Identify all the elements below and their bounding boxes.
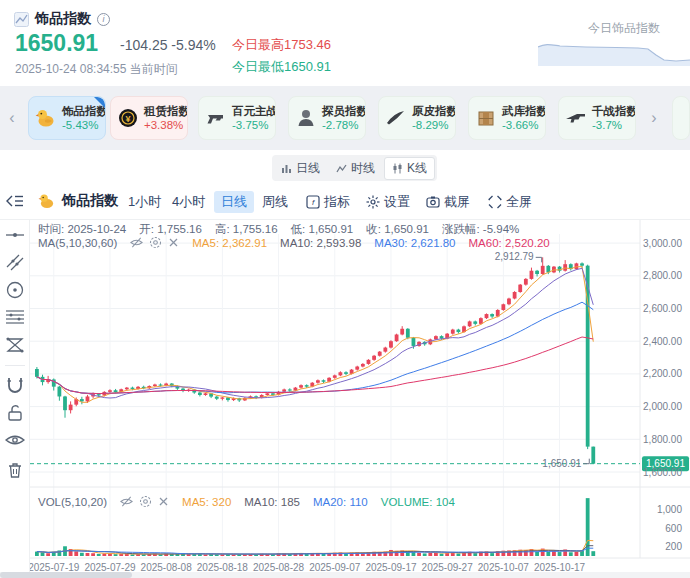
tab-4hour[interactable]: 4小时: [172, 193, 205, 211]
rental-coin-icon: ¥: [117, 107, 139, 129]
index-cards-row: ‹ 饰品指数 -5.43% ¥ 租赁指数 +3.38% 百元主战 -3.75%: [0, 90, 690, 146]
tab-daily[interactable]: 日线: [214, 191, 254, 213]
candlestick-icon: [392, 163, 403, 174]
index-summary-panel: 饰品指数 i 1650.91 -104.25 -5.94% 2025-10-24…: [0, 0, 690, 86]
svg-text:1,600.00: 1,600.00: [643, 467, 682, 478]
svg-text:1,000: 1,000: [657, 504, 682, 515]
svg-text:¥: ¥: [125, 114, 130, 124]
svg-text:1,650.91: 1,650.91: [542, 458, 581, 469]
card-pct: -5.43%: [62, 118, 106, 132]
index-thumb-icon: [14, 12, 29, 27]
info-icon[interactable]: i: [97, 13, 110, 26]
svg-text:f: f: [312, 198, 315, 207]
chart-title: 饰品指数: [62, 192, 118, 210]
svg-text:2,600.00: 2,600.00: [643, 303, 682, 314]
kline-widget: 日线 时线 K线 饰品指数 1小时 4小时 日线: [0, 150, 690, 578]
drawing-toolbar: [0, 220, 30, 578]
line-chart-icon: [336, 163, 347, 174]
current-datetime: 2025-10-24 08:34:55 当前时间: [15, 61, 178, 78]
horizontal-scrollbar-thumb[interactable]: [0, 572, 132, 578]
svg-text:2,912.79: 2,912.79: [495, 251, 534, 262]
card-decoration-index[interactable]: 饰品指数 -5.43%: [28, 96, 106, 140]
horizontal-line-tool-icon[interactable]: [5, 225, 25, 245]
bar-chart-icon: [281, 163, 292, 174]
svg-text:2,000.00: 2,000.00: [643, 401, 682, 412]
chart-view-switch: 日线 时线 K线: [272, 155, 437, 181]
card-budget-rifle-index[interactable]: 百元主战 -3.75%: [198, 96, 276, 140]
chart-header: 饰品指数 1小时 4小时 日线 周线 f 指标 设置 截屏 全屏: [0, 184, 690, 220]
today-low: 今日最低1650.91: [232, 58, 331, 76]
crate-icon: [475, 107, 497, 129]
view-daily-button[interactable]: 日线: [274, 158, 327, 179]
indicator-settings-icon[interactable]: [139, 495, 152, 508]
visibility-tool-icon[interactable]: [5, 430, 25, 450]
magnet-tool-icon[interactable]: [5, 375, 25, 395]
screenshot-button[interactable]: 截屏: [426, 193, 470, 211]
today-high: 今日最高1753.46: [232, 36, 331, 54]
collapse-sidebar-icon[interactable]: [6, 194, 24, 208]
duck-icon: [35, 107, 57, 129]
view-kline-button[interactable]: K线: [384, 157, 435, 180]
card-partial: [672, 96, 690, 140]
chart-region: 1,650.913,000.002,800.002,600.002,400.00…: [30, 220, 690, 578]
card-vanilla-index[interactable]: 原皮指数 -8.29%: [378, 96, 456, 140]
view-hourly-button[interactable]: 时线: [329, 158, 382, 179]
pistol-icon: [205, 107, 227, 129]
fullscreen-button[interactable]: 全屏: [488, 193, 532, 211]
settings-button[interactable]: 设置: [366, 193, 410, 211]
horizontal-scrollbar-track[interactable]: [0, 572, 690, 578]
duck-icon: [38, 192, 56, 210]
card-armory-index[interactable]: 武库指数 -3.66%: [468, 96, 546, 140]
sparkline-label: 今日饰品指数: [588, 20, 660, 37]
svg-text:600: 600: [665, 523, 682, 534]
page-title: 饰品指数: [35, 10, 91, 28]
cards-scroll-right-icon[interactable]: ›: [646, 104, 662, 132]
card-rental-index[interactable]: ¥ 租赁指数 +3.38%: [110, 96, 188, 140]
svg-text:2,200.00: 2,200.00: [643, 368, 682, 379]
svg-text:2,800.00: 2,800.00: [643, 270, 682, 281]
fullscreen-icon: [488, 195, 502, 209]
eye-off-icon[interactable]: [120, 495, 133, 508]
indicator-settings-icon[interactable]: [149, 236, 162, 249]
toolbar-divider: [5, 365, 25, 366]
shape-tool-icon[interactable]: [5, 335, 25, 355]
indicator-button[interactable]: f 指标: [306, 193, 350, 211]
tab-1hour[interactable]: 1小时: [128, 193, 161, 211]
svg-text:3,000.00: 3,000.00: [643, 238, 682, 249]
indicator-icon: f: [306, 195, 320, 209]
svg-text:200: 200: [665, 541, 682, 552]
svg-text:2,400.00: 2,400.00: [643, 336, 682, 347]
gear-icon: [366, 195, 380, 209]
volume-legend: VOL(5,10,20) MA5: 320 MA10: 185 MA20: 11…: [38, 495, 455, 508]
knife-icon: [385, 107, 407, 129]
circle-tool-icon[interactable]: [5, 280, 25, 300]
ma-legend: MA(5,10,30,60) MA5: 2,362.91 MA10: 2,593…: [38, 236, 550, 249]
ma-indicator-name: MA(5,10,30,60): [38, 237, 117, 249]
card-kilo-battle-index[interactable]: 千战指数 -3.7%: [558, 96, 636, 140]
camera-icon: [426, 195, 440, 209]
current-index-value: 1650.91: [15, 30, 98, 57]
lock-tool-icon[interactable]: [5, 403, 25, 423]
selected-corner-badge: [94, 97, 105, 108]
agent-icon: [295, 107, 317, 129]
rifle-icon: [565, 107, 587, 129]
trend-line-tool-icon[interactable]: [5, 252, 25, 272]
fibonacci-tool-icon[interactable]: [5, 307, 25, 327]
close-indicator-icon[interactable]: [168, 237, 179, 248]
today-index-sparkline: [538, 38, 690, 66]
candlestick-chart[interactable]: 1,650.913,000.002,800.002,600.002,400.00…: [30, 220, 690, 578]
close-indicator-icon[interactable]: [158, 496, 169, 507]
vol-indicator-name: VOL(5,10,20): [38, 496, 107, 508]
svg-text:1,800.00: 1,800.00: [643, 434, 682, 445]
tab-weekly[interactable]: 周线: [262, 193, 288, 211]
index-change: -104.25 -5.94%: [120, 37, 216, 53]
ohlc-legend: 时间: 2025-10-24 开: 1,755.16 高: 1,755.16 低…: [38, 222, 519, 237]
card-agent-index[interactable]: 探员指数 -2.78%: [288, 96, 366, 140]
cards-scroll-left-icon[interactable]: ‹: [4, 104, 20, 132]
trash-tool-icon[interactable]: [5, 460, 25, 480]
eye-off-icon[interactable]: [130, 236, 143, 249]
